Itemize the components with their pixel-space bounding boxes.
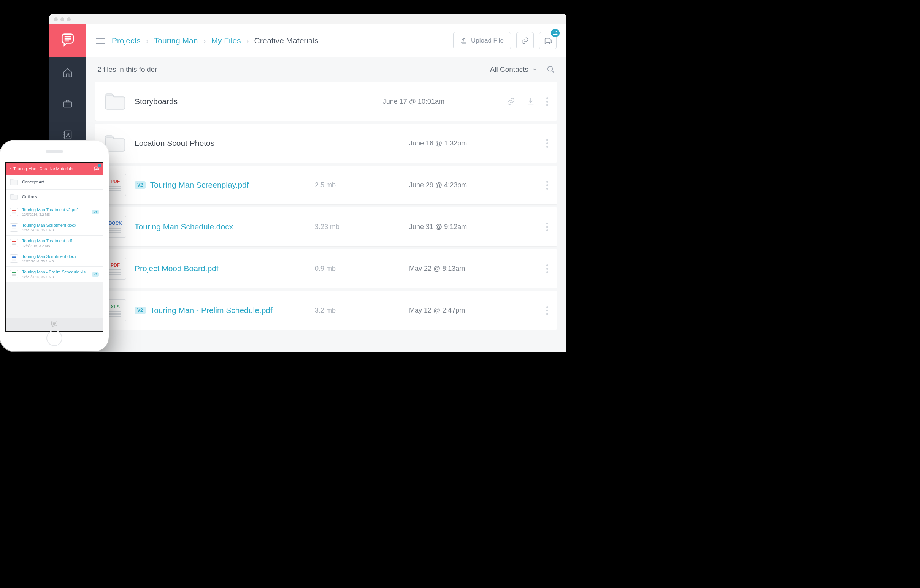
subbar: 2 files in this folder All Contacts	[86, 57, 567, 82]
traffic-light-max[interactable]	[67, 18, 71, 21]
file-name: Storyboards	[134, 97, 178, 106]
svg-rect-24	[12, 257, 16, 257]
phone-file-info: Touring Man Scriptment.docx 12/23/2016, …	[22, 223, 99, 232]
file-date: May 22 @ 8:13am	[409, 265, 538, 273]
folder-thumb	[10, 178, 18, 186]
brand-logo[interactable]	[49, 24, 86, 57]
link-icon[interactable]	[507, 97, 515, 106]
phone-file-name[interactable]: Touring Man Treatment v2.pdf	[22, 207, 88, 212]
upload-button[interactable]: Upload File	[453, 32, 511, 49]
phone-chat-button[interactable]	[94, 166, 100, 172]
phone-file-info: Touring Man - Prelim Schedule.xls 12/23/…	[22, 270, 88, 279]
file-row[interactable]: XLS V2Touring Man - Prelim Schedule.pdf …	[95, 291, 557, 330]
chat-bubble-icon	[59, 32, 76, 49]
traffic-light-close[interactable]	[54, 18, 58, 21]
chat-icon	[544, 37, 552, 45]
file-size: 2.5 mb	[315, 181, 401, 189]
more-menu[interactable]	[546, 264, 548, 273]
file-size: 3.2 mb	[315, 307, 401, 315]
folder-icon	[10, 178, 18, 186]
file-name[interactable]: Project Mood Board.pdf	[134, 264, 219, 273]
file-name[interactable]: Touring Man Schedule.docx	[134, 222, 233, 231]
row-actions	[546, 306, 548, 315]
phone-file-row[interactable]: Touring Man Scriptment.docx 12/23/2016, …	[6, 220, 103, 236]
file-name[interactable]: Touring Man - Prelim Schedule.pdf	[150, 306, 272, 315]
folder-thumb	[10, 192, 18, 201]
folder-icon	[104, 92, 126, 111]
phone-file-name[interactable]: Touring Man Scriptment.docx	[22, 223, 99, 228]
chevron-left-icon	[9, 167, 12, 170]
phone-file-meta: 12/23/2016, 35.1 MB	[22, 259, 99, 263]
file-thumb	[10, 255, 18, 263]
crumb-current: Creative Materials	[254, 36, 319, 45]
version-badge: V2	[134, 181, 146, 189]
file-date: June 16 @ 1:32pm	[409, 139, 538, 147]
phone-file-name[interactable]: Touring Man Treatment.pdf	[22, 239, 99, 243]
phone-mockup: Touring Man Creative Materials Concept A…	[0, 141, 109, 351]
phone-file-name[interactable]: Touring Man - Prelim Schedule.xls	[22, 270, 88, 274]
phone-file-row[interactable]: Touring Man Treatment v2.pdf 12/3/2016, …	[6, 204, 103, 220]
phone-file-row[interactable]: Touring Man - Prelim Schedule.xls 12/23/…	[6, 267, 103, 282]
file-row[interactable]: Storyboards June 17 @ 10:01am	[95, 82, 557, 121]
contacts-filter[interactable]: All Contacts	[490, 65, 538, 74]
breadcrumb: Projects › Touring Man › My Files › Crea…	[112, 36, 446, 45]
nav-briefcase[interactable]	[49, 88, 86, 119]
crumb-touring-man[interactable]: Touring Man	[154, 36, 198, 45]
share-link-button[interactable]	[516, 32, 534, 49]
phone-file-name[interactable]: Touring Man Scriptment.docx	[22, 254, 99, 258]
more-menu[interactable]	[546, 97, 548, 106]
phone-topbar: Touring Man Creative Materials	[6, 163, 103, 175]
phone-file-row[interactable]: Touring Man Treatment.pdf 12/3/2016, 3.2…	[6, 236, 103, 251]
chat-button[interactable]: 12	[539, 32, 557, 49]
more-menu[interactable]	[546, 223, 548, 231]
svg-rect-23	[12, 244, 16, 245]
phone-file-name: Outlines	[22, 194, 99, 199]
download-icon[interactable]	[526, 97, 535, 106]
file-name-wrap: V2Touring Man - Prelim Schedule.pdf	[134, 306, 306, 315]
phone-back-button[interactable]: Touring Man	[9, 166, 37, 171]
version-badge: V2	[134, 307, 146, 314]
file-date: May 12 @ 2:47pm	[409, 307, 538, 315]
phone-file-name: Concept Art	[22, 180, 99, 184]
file-type-icon	[11, 271, 17, 277]
contacts-filter-label: All Contacts	[490, 65, 528, 74]
traffic-light-min[interactable]	[60, 18, 64, 21]
file-type-icon	[11, 256, 17, 261]
file-name: Location Scout Photos	[134, 139, 214, 148]
svg-rect-26	[12, 260, 16, 260]
file-row[interactable]: Location Scout Photos June 16 @ 1:32pm	[95, 124, 557, 163]
phone-file-info: Touring Man Treatment.pdf 12/3/2016, 3.2…	[22, 239, 99, 248]
file-type-label: PDF	[111, 262, 120, 268]
row-actions	[546, 264, 548, 273]
phone-file-row[interactable]: Touring Man Scriptment.docx 12/23/2016, …	[6, 251, 103, 267]
row-actions	[546, 181, 548, 189]
file-thumb	[10, 239, 18, 247]
nav-home[interactable]	[49, 57, 86, 88]
menu-toggle[interactable]	[96, 36, 105, 45]
link-icon	[521, 37, 529, 44]
svg-rect-18	[12, 225, 16, 226]
upload-icon	[460, 37, 467, 44]
svg-rect-22	[12, 243, 16, 244]
file-type-icon	[11, 225, 17, 230]
file-row[interactable]: PDF V2Touring Man Screenplay.pdf 2.5 mbJ…	[95, 166, 557, 204]
file-name[interactable]: Touring Man Screenplay.pdf	[150, 181, 249, 189]
more-menu[interactable]	[546, 181, 548, 189]
svg-rect-16	[12, 212, 16, 212]
file-type-label: DOCX	[109, 221, 122, 226]
file-row[interactable]: DOCX Touring Man Schedule.docx 3.23 mbJu…	[95, 207, 557, 246]
file-type-label: PDF	[111, 179, 120, 184]
more-menu[interactable]	[546, 139, 548, 148]
folder-icon	[10, 192, 18, 201]
search-button[interactable]	[547, 65, 555, 74]
more-menu[interactable]	[546, 306, 548, 315]
crumb-my-files[interactable]: My Files	[211, 36, 241, 45]
phone-file-row[interactable]: Outlines	[6, 189, 103, 204]
file-date: June 17 @ 10:01am	[383, 98, 498, 106]
file-thumb	[10, 270, 18, 278]
phone-file-row[interactable]: Concept Art	[6, 175, 103, 189]
file-row[interactable]: PDF Project Mood Board.pdf 0.9 mbMay 22 …	[95, 249, 557, 288]
svg-rect-20	[12, 229, 16, 229]
crumb-projects[interactable]: Projects	[112, 36, 141, 45]
phone-file-info: Touring Man Scriptment.docx 12/23/2016, …	[22, 254, 99, 263]
